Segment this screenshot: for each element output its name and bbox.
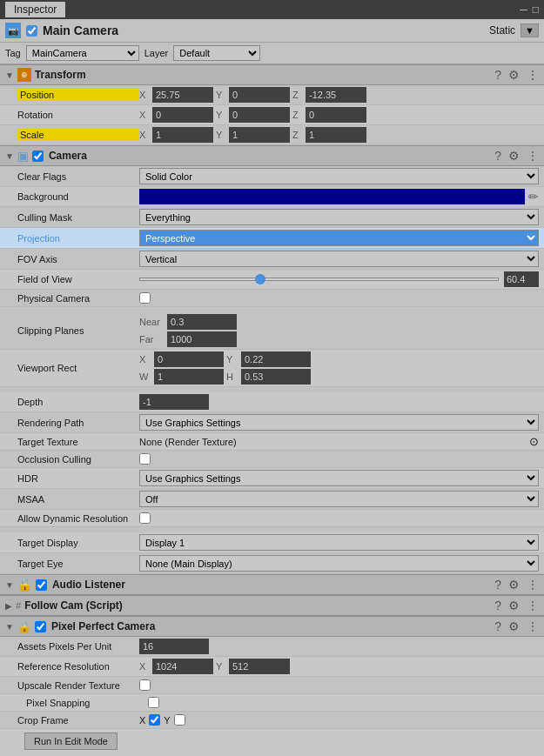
minimize-icon[interactable]: ─ bbox=[520, 3, 527, 16]
maximize-icon[interactable]: □ bbox=[533, 3, 539, 16]
audio-menu-icon[interactable]: ⋮ bbox=[527, 578, 539, 592]
rot-z-input[interactable] bbox=[306, 107, 366, 123]
clip-far-row: Far bbox=[139, 331, 539, 347]
clip-far-input[interactable] bbox=[167, 331, 237, 347]
pos-z-input[interactable] bbox=[306, 87, 366, 103]
static-dropdown-button[interactable]: ▼ bbox=[520, 23, 539, 37]
vp-w-input[interactable] bbox=[154, 369, 224, 385]
target-display-select[interactable]: Display 1 bbox=[139, 534, 539, 551]
physical-camera-checkbox[interactable] bbox=[139, 292, 151, 304]
background-color-swatch[interactable] bbox=[139, 189, 525, 204]
run-in-edit-button[interactable]: Run In Edit Mode bbox=[24, 733, 118, 750]
rotation-label: Rotation bbox=[17, 110, 139, 120]
pixel-perfect-section-header: ▼ 🔒 Pixel Perfect Camera ? ⚙ ⋮ bbox=[0, 616, 544, 637]
upscale-row: Upscale Render Texture bbox=[0, 677, 544, 694]
transform-menu-icon[interactable]: ⋮ bbox=[527, 68, 539, 82]
vp-h-input[interactable] bbox=[241, 369, 311, 385]
scale-z-input[interactable] bbox=[306, 127, 366, 143]
pos-y-label: Y bbox=[216, 90, 226, 100]
pos-y-input[interactable] bbox=[229, 87, 290, 103]
ref-res-label: Reference Resolution bbox=[17, 661, 139, 672]
vp-x-input[interactable] bbox=[154, 351, 224, 367]
ref-res-x-input[interactable] bbox=[152, 659, 213, 674]
fov-value[interactable] bbox=[504, 271, 539, 287]
camera-section-header: ▼ ▣ Camera ? ⚙ ⋮ bbox=[0, 145, 544, 166]
layer-select[interactable]: Default bbox=[173, 45, 260, 61]
camera-title: Camera bbox=[49, 150, 491, 162]
follow-cam-collapse-arrow[interactable]: ▶ bbox=[5, 601, 12, 611]
follow-cam-script-icon: # bbox=[16, 600, 21, 611]
camera-help-icon[interactable]: ? bbox=[494, 149, 501, 163]
audio-settings-icon[interactable]: ⚙ bbox=[508, 578, 520, 592]
camera-menu-icon[interactable]: ⋮ bbox=[527, 149, 539, 163]
vp-y-input[interactable] bbox=[241, 351, 311, 367]
tag-select[interactable]: MainCamera bbox=[26, 45, 139, 61]
clip-near-label: Near bbox=[139, 317, 164, 327]
follow-cam-help-icon[interactable]: ? bbox=[494, 599, 501, 612]
follow-cam-menu-icon[interactable]: ⋮ bbox=[527, 599, 539, 612]
projection-select[interactable]: Perspective bbox=[139, 230, 539, 246]
audio-collapse-arrow[interactable]: ▼ bbox=[5, 580, 14, 590]
pixel-snapping-checkbox[interactable] bbox=[148, 697, 159, 708]
camera-settings-icon[interactable]: ⚙ bbox=[508, 149, 520, 163]
occlusion-culling-checkbox[interactable] bbox=[139, 453, 151, 465]
target-texture-pick-icon[interactable]: ⊙ bbox=[529, 435, 539, 448]
audio-help-icon[interactable]: ? bbox=[494, 578, 501, 592]
fov-label: Field of View bbox=[17, 274, 139, 284]
msaa-select[interactable]: Off bbox=[139, 491, 539, 507]
inspector-tab[interactable]: Inspector bbox=[5, 2, 65, 17]
crop-x-checkbox[interactable] bbox=[149, 714, 160, 726]
fov-axis-select[interactable]: Vertical bbox=[139, 251, 539, 267]
clipping-planes-row: Clipping Planes Near Far bbox=[0, 312, 544, 350]
object-enabled-checkbox[interactable] bbox=[26, 25, 37, 37]
clip-near-input[interactable] bbox=[167, 314, 237, 330]
depth-input[interactable] bbox=[139, 394, 209, 410]
culling-mask-select[interactable]: Everything bbox=[139, 209, 539, 225]
audio-enabled-checkbox[interactable] bbox=[36, 579, 47, 591]
rot-y-input[interactable] bbox=[229, 107, 290, 123]
pos-z-label: Z bbox=[292, 90, 303, 100]
pixel-perfect-settings-icon[interactable]: ⚙ bbox=[508, 619, 520, 633]
target-eye-select[interactable]: None (Main Display) bbox=[139, 555, 539, 572]
follow-cam-section-header: ▶ # Follow Cam (Script) ? ⚙ ⋮ bbox=[0, 595, 544, 616]
hdr-label: HDR bbox=[17, 473, 139, 484]
ref-res-y-input[interactable] bbox=[229, 659, 290, 674]
camera-enabled-checkbox[interactable] bbox=[32, 151, 44, 162]
static-dropdown-arrow: ▼ bbox=[525, 25, 534, 36]
rot-x-input[interactable] bbox=[152, 107, 213, 123]
clear-flags-select[interactable]: Solid Color bbox=[139, 168, 539, 184]
pos-x-input[interactable] bbox=[152, 87, 213, 103]
viewport-rect-label: Viewport Rect bbox=[17, 363, 139, 373]
upscale-checkbox[interactable] bbox=[139, 679, 151, 691]
audio-title: Audio Listener bbox=[52, 579, 491, 591]
scale-y-input[interactable] bbox=[229, 127, 290, 143]
fov-slider[interactable] bbox=[139, 278, 499, 281]
transform-section-btns: ? ⚙ ⋮ bbox=[494, 68, 539, 82]
pixel-perfect-collapse-arrow[interactable]: ▼ bbox=[5, 622, 14, 632]
pixel-perfect-help-icon[interactable]: ? bbox=[494, 619, 501, 633]
assets-pixels-input[interactable] bbox=[139, 639, 209, 654]
allow-dyn-res-checkbox[interactable] bbox=[139, 512, 151, 524]
transform-help-icon[interactable]: ? bbox=[494, 68, 501, 82]
follow-cam-settings-icon[interactable]: ⚙ bbox=[508, 599, 520, 612]
clip-far-label: Far bbox=[139, 334, 164, 345]
pixel-perfect-lock-icon: 🔒 bbox=[17, 620, 31, 633]
pixel-perfect-enabled-checkbox[interactable] bbox=[35, 621, 46, 632]
background-row: Background ✏ bbox=[0, 187, 544, 207]
transform-collapse-arrow[interactable]: ▼ bbox=[5, 70, 14, 80]
scale-x-input[interactable] bbox=[152, 127, 213, 143]
msaa-dropdown-wrap: Off bbox=[139, 491, 539, 507]
color-picker-icon[interactable]: ✏ bbox=[528, 190, 539, 204]
allow-dyn-res-label: Allow Dynamic Resolution bbox=[17, 513, 139, 524]
target-display-label: Target Display bbox=[17, 538, 139, 548]
title-bar-icons: ─ □ bbox=[520, 3, 539, 16]
camera-collapse-arrow[interactable]: ▼ bbox=[5, 151, 14, 161]
background-label: Background bbox=[17, 191, 139, 202]
crop-y-checkbox[interactable] bbox=[174, 714, 185, 726]
clip-near-row: Near bbox=[139, 314, 539, 330]
pixel-perfect-menu-icon[interactable]: ⋮ bbox=[527, 619, 539, 633]
hdr-select[interactable]: Use Graphics Settings bbox=[139, 470, 539, 486]
transform-settings-icon[interactable]: ⚙ bbox=[508, 68, 520, 82]
scale-y-label: Y bbox=[216, 130, 226, 140]
rendering-path-select[interactable]: Use Graphics Settings bbox=[139, 414, 539, 431]
